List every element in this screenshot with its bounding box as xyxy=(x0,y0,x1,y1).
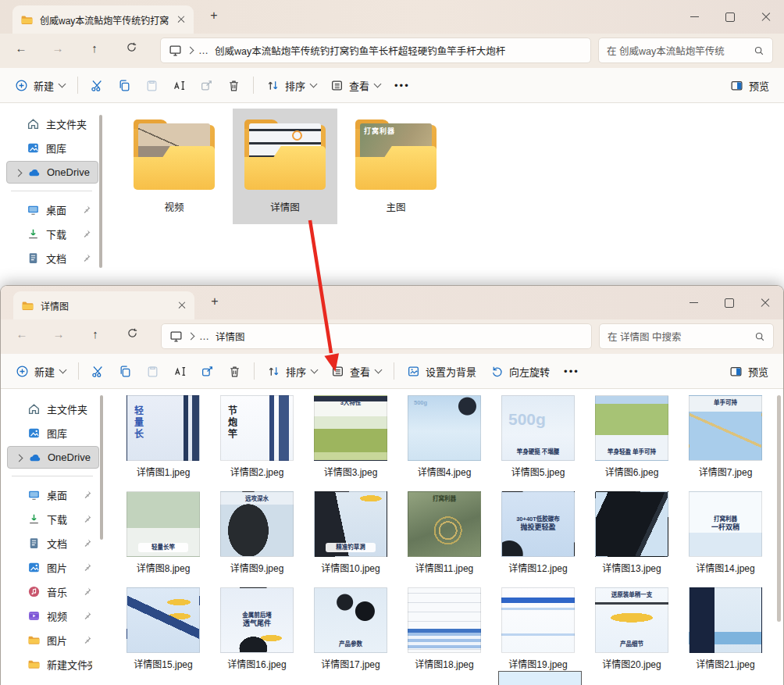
preview-toggle[interactable]: 预览 xyxy=(722,359,775,385)
file-tile[interactable]: 30+40T低胶碳布抛投更轻盈详情图12.jpeg xyxy=(491,491,585,587)
rotate-left-button[interactable]: 向左旋转 xyxy=(483,358,557,384)
close-button[interactable] xyxy=(748,0,784,34)
file-tile[interactable]: 3大特性详情图3.jpeg xyxy=(304,395,397,491)
sidebar-scrollbar[interactable] xyxy=(100,395,103,540)
folder-tile[interactable]: 视频 xyxy=(122,109,226,224)
file-tile[interactable]: 单手可持详情图7.jpeg xyxy=(679,395,772,491)
file-tile[interactable]: 详情图19.jpeg xyxy=(491,587,585,683)
minimize-button[interactable] xyxy=(675,286,711,319)
file-tile[interactable]: 产品参数详情图17.jpeg xyxy=(304,587,397,683)
new-tab-button[interactable]: + xyxy=(205,295,224,308)
search-box[interactable]: 在 详情图 中搜索 xyxy=(599,323,774,349)
refresh-button[interactable] xyxy=(121,41,141,55)
chevron-right-icon[interactable] xyxy=(16,455,23,462)
file-tile[interactable]: 打窝利器一杆双稍详情图14.jpeg xyxy=(679,491,772,587)
file-tile[interactable]: 打窝利器详情图11.jpeg xyxy=(397,491,491,587)
file-tile[interactable]: 详情图15.jpeg xyxy=(116,587,210,683)
file-name: 详情图20.jpeg xyxy=(585,657,679,670)
sidebar-item-onedrive-icon[interactable]: OneDrive xyxy=(7,446,99,469)
back-button[interactable]: ← xyxy=(11,41,31,55)
file-thumbnail: 30+40T低胶碳布抛投更轻盈 xyxy=(501,491,575,557)
more-button[interactable]: ••• xyxy=(557,358,586,384)
rename-button[interactable] xyxy=(166,358,194,384)
view-button[interactable]: 查看 xyxy=(324,358,388,384)
sidebar-item-music-icon[interactable]: 音乐 xyxy=(7,580,99,603)
sidebar-item-onedrive-icon[interactable]: OneDrive xyxy=(6,161,98,184)
sort-button[interactable]: 排序 xyxy=(260,358,324,384)
forward-button[interactable]: → xyxy=(48,327,69,341)
up-button[interactable]: ↑ xyxy=(84,41,105,55)
cut-button[interactable] xyxy=(84,358,112,384)
sidebar-item-label: 图片 xyxy=(47,633,67,648)
preview-toggle[interactable]: 预览 xyxy=(723,73,776,99)
file-tile[interactable]: 精准钓草洞详情图10.jpeg xyxy=(304,491,397,587)
search-box[interactable]: 在 创威way本流鲇炮竿传统 xyxy=(598,37,773,63)
delete-button[interactable] xyxy=(221,358,248,384)
file-tile[interactable]: 轻量长竿详情图8.jpeg xyxy=(116,491,210,587)
close-button[interactable] xyxy=(747,286,783,319)
sidebar-item-document-icon[interactable]: 文档 xyxy=(7,532,99,555)
sidebar-item-home-icon[interactable]: 主文件夹 xyxy=(7,398,99,420)
sidebar-scrollbar[interactable] xyxy=(99,115,102,268)
new-tab-button[interactable]: + xyxy=(205,9,223,22)
file-tile[interactable]: 500g详情图4.jpeg xyxy=(397,395,491,491)
top-active-tab[interactable]: 创威way本流鲇炮竿传统钓打窝 xyxy=(12,5,194,34)
sidebar-item-gallery-icon[interactable]: 图库 xyxy=(7,422,99,444)
back-button[interactable]: ← xyxy=(12,327,32,341)
cut-button[interactable] xyxy=(84,72,111,98)
sidebar-item-download-icon[interactable]: 下载 xyxy=(7,508,99,530)
file-tile[interactable]: 远攻深水详情图9.jpeg xyxy=(210,491,304,587)
folder-tile[interactable]: 打窝利器主图 xyxy=(344,109,448,224)
file-tile[interactable]: 详情图21.jpeg xyxy=(679,587,772,683)
rename-button[interactable] xyxy=(166,72,193,98)
sidebar-item-folder-icon[interactable]: 图片 xyxy=(7,629,99,651)
sidebar-item-desktop-icon[interactable]: 桌面 xyxy=(6,198,98,221)
share-button[interactable] xyxy=(194,358,221,384)
sidebar-item-download-icon[interactable]: 下载 xyxy=(6,223,98,245)
more-button[interactable]: ••• xyxy=(387,72,417,98)
file-tile[interactable]: 轻量长详情图1.jpeg xyxy=(116,395,210,491)
maximize-button[interactable] xyxy=(712,0,748,34)
copy-button[interactable] xyxy=(111,72,138,98)
address-bar[interactable]: … 创威way本流鲇炮竿传统钓打窝钓鱼竿长杆超轻硬钓鱼竿手杆大炮杆 xyxy=(160,37,591,63)
file-tile[interactable]: 500g竿身硬挺 不塌腰详情图5.jpeg xyxy=(491,395,585,491)
paste-button[interactable] xyxy=(139,358,166,384)
delete-button[interactable] xyxy=(220,72,248,98)
paste-button[interactable] xyxy=(138,72,166,98)
file-tile[interactable]: 详情图18.jpeg xyxy=(397,587,491,683)
sidebar-item-home-icon[interactable]: 主文件夹 xyxy=(6,112,98,135)
chevron-right-icon[interactable] xyxy=(15,169,23,177)
sidebar-item-gallery-icon[interactable]: 图库 xyxy=(6,137,98,159)
sidebar-item-desktop-icon[interactable]: 桌面 xyxy=(7,483,99,506)
sidebar-item-video-icon[interactable]: 视频 xyxy=(7,605,99,627)
up-button[interactable]: ↑ xyxy=(85,327,105,341)
copy-button[interactable] xyxy=(112,358,139,384)
file-tile[interactable]: 详情图13.jpeg xyxy=(585,491,679,587)
content-scrollbar[interactable] xyxy=(777,395,781,622)
refresh-button[interactable] xyxy=(122,327,142,341)
share-button[interactable] xyxy=(193,72,220,98)
file-tile[interactable]: 金属前后堵透气尾件详情图16.jpeg xyxy=(210,587,304,683)
address-bar[interactable]: … 详情图 xyxy=(161,323,592,349)
new-button[interactable]: 新建 xyxy=(9,358,73,384)
file-tile[interactable]: 竿身轻盈 单手可持详情图6.jpeg xyxy=(585,395,679,491)
sidebar-item-folder-icon[interactable]: 新建文件夹 xyxy=(7,653,99,676)
tab-close-icon[interactable] xyxy=(177,16,185,23)
view-label: 查看 xyxy=(350,364,370,379)
new-button[interactable]: 新建 xyxy=(8,72,72,98)
maximize-button[interactable] xyxy=(711,286,747,319)
forward-button[interactable]: → xyxy=(48,41,68,55)
folder-tile[interactable]: 详情图 xyxy=(233,109,337,224)
file-tile[interactable]: 送原装单稍一支产品细节详情图20.jpeg xyxy=(585,587,679,683)
file-tile[interactable]: 节炮竿详情图2.jpeg xyxy=(210,395,304,491)
tab-close-icon[interactable] xyxy=(178,301,186,309)
set-background-button[interactable]: 设置为背景 xyxy=(400,358,483,384)
breadcrumb-overflow[interactable]: … xyxy=(199,330,210,342)
view-button[interactable]: 查看 xyxy=(323,72,387,98)
bottom-active-tab[interactable]: 详情图 xyxy=(13,291,194,319)
sidebar-item-pictures-icon[interactable]: 图片 xyxy=(7,556,99,579)
minimize-button[interactable] xyxy=(676,0,712,34)
sort-button[interactable]: 排序 xyxy=(259,72,323,98)
sidebar-item-document-icon[interactable]: 文档 xyxy=(6,247,98,269)
breadcrumb-overflow[interactable]: … xyxy=(198,45,209,56)
